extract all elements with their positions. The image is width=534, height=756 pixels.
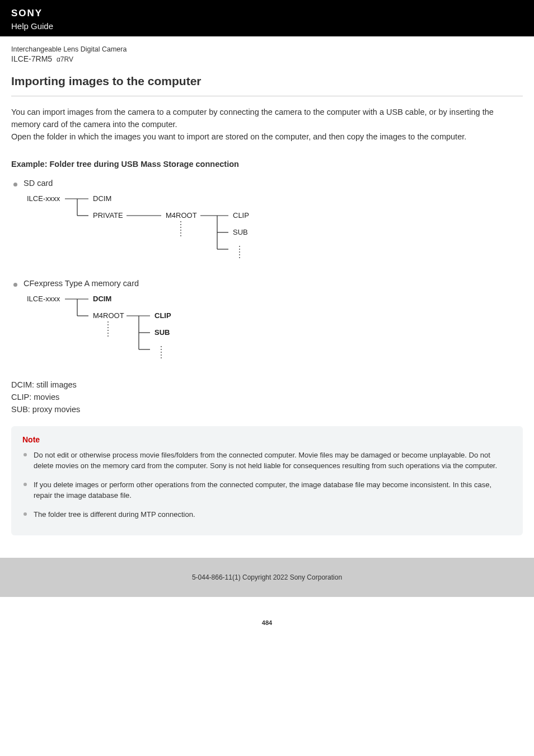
tree-root-label: ILCE-xxxx [27,295,60,303]
tree-clip-label: CLIP [233,211,249,220]
tree-diagram-sd: ILCE-xxxx DCIM PRIVATE M4ROOT CLIP SUB [27,193,523,262]
model-sub: α7RV [57,55,73,63]
page-header: SONY Help Guide [0,0,534,36]
tree-list: SD card ILCE-xxxx DCIM PRIVATE M4ROOT [11,179,523,362]
note-item: Do not edit or otherwise process movie f… [24,450,512,472]
tree-item-sd-label: SD card [24,179,53,188]
brand-logo: SONY [11,8,523,19]
page-title: Importing images to the computer [11,74,523,88]
tree-clip-label: CLIP [154,311,171,320]
tree-dcim-label: DCIM [93,295,111,303]
model-main: ILCE-7RM5 [11,54,52,63]
main-content: Interchangeable Lens Digital Camera ILCE… [0,36,534,535]
tree-private-label: PRIVATE [93,211,123,220]
product-model: ILCE-7RM5 α7RV [11,54,523,63]
page-footer: 5-044-866-11(1) Copyright 2022 Sony Corp… [0,558,534,597]
product-type: Interchangeable Lens Digital Camera [11,45,523,53]
tree-item-sd: SD card ILCE-xxxx DCIM PRIVATE M4ROOT [13,179,523,262]
tree-sub-label: SUB [154,328,170,337]
example-title: Example: Folder tree during USB Mass Sto… [11,160,523,169]
legend-dcim: DCIM: still images [11,379,523,391]
help-guide-label: Help Guide [11,21,523,31]
tree-m4root-label: M4ROOT [166,211,197,220]
tree-root-label: ILCE-xxxx [27,194,60,203]
tree-item-cf: CFexpress Type A memory card ILCE-xxxx D… [13,279,523,362]
legend-clip: CLIP: movies [11,391,523,404]
divider [11,96,523,96]
note-title: Note [22,435,512,444]
page-number: 484 [0,597,534,637]
tree-dcim-label: DCIM [93,194,111,203]
legend: DCIM: still images CLIP: movies SUB: pro… [11,379,523,416]
intro-text: You can import images from the camera to… [11,106,523,143]
legend-sub: SUB: proxy movies [11,404,523,416]
intro-p2: Open the folder in which the images you … [11,131,523,143]
note-item: The folder tree is different during MTP … [24,509,512,520]
tree-item-cf-label: CFexpress Type A memory card [24,279,139,288]
note-list: Do not edit or otherwise process movie f… [22,450,512,520]
tree-sub-label: SUB [233,228,248,236]
tree-diagram-cf: ILCE-xxxx DCIM M4ROOT CLIP SUB [27,293,523,362]
intro-p1: You can import images from the camera to… [11,106,523,131]
tree-m4root-label: M4ROOT [93,311,124,320]
note-box: Note Do not edit or otherwise process mo… [11,426,523,536]
note-item: If you delete images or perform other op… [24,479,512,501]
